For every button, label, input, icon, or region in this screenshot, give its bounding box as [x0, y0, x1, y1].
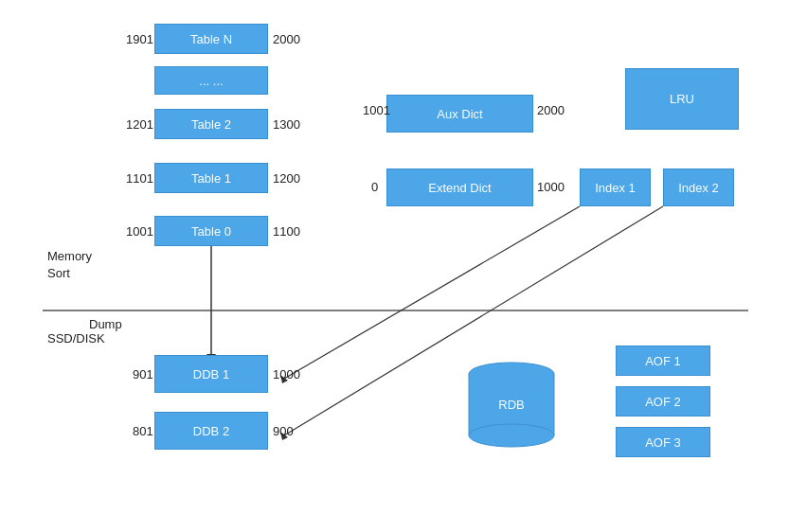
label-1000b: 1000 — [273, 367, 300, 381]
rdb-svg: RDB — [464, 355, 559, 450]
lru-label: LRU — [670, 92, 694, 106]
svg-point-11 — [469, 424, 554, 447]
index1-label: Index 1 — [595, 181, 636, 195]
table0-label: Table 0 — [191, 224, 231, 239]
table1-box: Table 1 — [154, 163, 268, 193]
aof1-label: AOF 1 — [645, 354, 681, 368]
label-1001a: 1001 — [126, 224, 153, 239]
memory-sort-label: Memory Sort — [47, 248, 92, 282]
ddb2-label: DDB 2 — [193, 424, 229, 438]
index2-box: Index 2 — [663, 168, 734, 206]
aof2-label: AOF 2 — [645, 395, 681, 409]
extend-dict-box: Extend Dict — [386, 168, 533, 206]
aof3-label: AOF 3 — [645, 435, 681, 450]
table2-box: Table 2 — [154, 109, 268, 139]
label-1100: 1100 — [273, 224, 300, 239]
label-1000a: 1000 — [537, 180, 565, 194]
ssd-disk-label: SSD/DISK — [47, 331, 105, 346]
table2-label: Table 2 — [191, 117, 231, 132]
svg-text:RDB: RDB — [498, 398, 524, 412]
label-900: 900 — [273, 424, 294, 438]
label-2000b: 2000 — [537, 103, 565, 117]
label-1001b: 1001 — [363, 103, 390, 117]
label-1200: 1200 — [273, 171, 300, 186]
table-n-box: Table N — [154, 24, 268, 54]
ddb1-box: DDB 1 — [154, 355, 268, 393]
rdb-cylinder: RDB — [464, 355, 559, 450]
table1-label: Table 1 — [191, 171, 231, 186]
label-1201: 1201 — [126, 117, 153, 132]
label-2000a: 2000 — [273, 32, 300, 46]
ddb1-label: DDB 1 — [193, 367, 229, 381]
label-0: 0 — [371, 180, 378, 194]
aux-dict-box: Aux Dict — [386, 95, 533, 133]
aof1-box: AOF 1 — [616, 346, 710, 376]
label-901: 901 — [133, 367, 153, 381]
ellipsis-label: ... ... — [199, 74, 223, 88]
aux-dict-label: Aux Dict — [437, 107, 482, 121]
dump-label: Dump — [89, 317, 122, 331]
lru-box: LRU — [625, 68, 739, 130]
aof3-box: AOF 3 — [616, 427, 710, 457]
label-1300: 1300 — [273, 117, 300, 132]
label-801: 801 — [133, 424, 153, 438]
extend-dict-label: Extend Dict — [428, 181, 491, 195]
diagram: Table N 1901 2000 ... ... Table 2 1201 1… — [0, 0, 789, 532]
table-n-label: Table N — [190, 32, 232, 46]
aof2-box: AOF 2 — [616, 386, 710, 417]
svg-line-3 — [284, 206, 580, 379]
index1-box: Index 1 — [580, 168, 651, 206]
label-1101: 1101 — [126, 171, 153, 186]
ellipsis-box: ... ... — [154, 66, 268, 95]
label-1901: 1901 — [126, 32, 153, 46]
index2-label: Index 2 — [678, 181, 719, 195]
ddb2-box: DDB 2 — [154, 412, 268, 450]
table0-box: Table 0 — [154, 216, 268, 246]
